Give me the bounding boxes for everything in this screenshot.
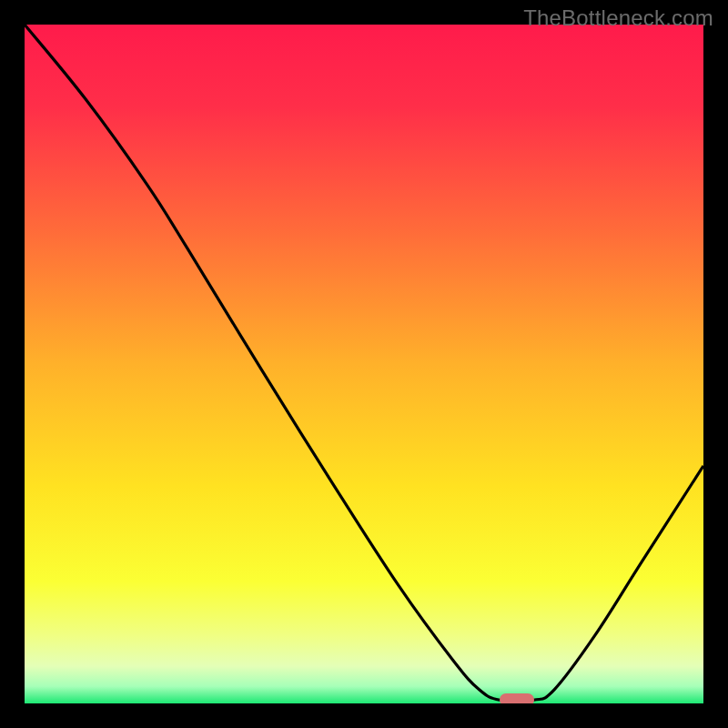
chart-container bbox=[25, 25, 703, 703]
watermark-text: TheBottleneck.com bbox=[523, 5, 713, 31]
optimum-marker bbox=[500, 693, 534, 703]
bottleneck-chart bbox=[25, 25, 703, 703]
gradient-background bbox=[25, 25, 703, 703]
